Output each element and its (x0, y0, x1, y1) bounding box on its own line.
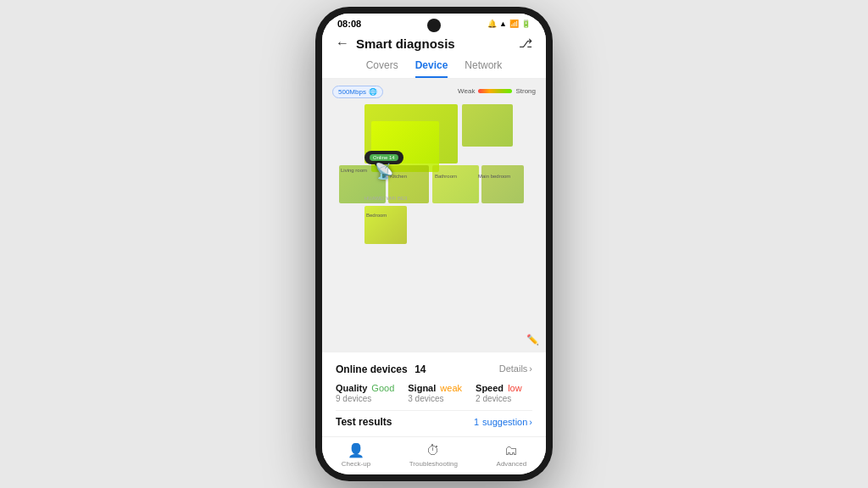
signal-icon: 📶 (509, 19, 519, 28)
signal-legend: Weak Strong (458, 87, 536, 95)
suggestion-label: suggestion (482, 417, 527, 427)
room-label-living: Living room (341, 168, 367, 173)
phone-shell: 08:08 🔔 ▲ 📶 🔋 ← Smart diagnosis ⎇ Covers… (315, 7, 553, 481)
details-label: Details (499, 363, 528, 374)
heatmap: Living room Kitchen Bathroom Main bedroo… (339, 104, 529, 344)
advanced-label: Advanced (497, 460, 527, 468)
stat-signal-count: 3 devices (408, 394, 462, 403)
suggestion-count: 1 (474, 417, 479, 427)
notch (427, 19, 441, 32)
stat-quality-title: Quality Good (336, 383, 394, 393)
online-devices-count: 14 (415, 363, 426, 375)
tabs-bar: Covers Device Network (322, 56, 546, 79)
device-stats: Quality Good 9 devices Signal weak 3 dev… (336, 383, 532, 403)
stat-speed: Speed low 2 devices (476, 383, 522, 403)
online-devices-info: Online devices 14 (336, 361, 426, 376)
advanced-icon: 🗂 (504, 443, 518, 458)
suggestion-link[interactable]: 1 suggestion › (474, 417, 532, 427)
tab-network[interactable]: Network (465, 59, 502, 78)
globe-icon: 🌐 (369, 88, 377, 96)
map-container: 500Mbps 🌐 Weak Strong (322, 79, 546, 352)
nav-advanced[interactable]: 🗂 Advanced (497, 443, 527, 468)
signal-strong-label: Strong (515, 87, 536, 95)
router-icon-area: 📡 (375, 162, 393, 180)
phone-screen: 08:08 🔔 ▲ 📶 🔋 ← Smart diagnosis ⎇ Covers… (322, 14, 546, 474)
troubleshooting-label: Troubleshooting (409, 460, 458, 468)
signal-weak-label: Weak (458, 87, 475, 95)
stat-quality-count: 9 devices (336, 394, 394, 403)
details-link[interactable]: Details › (499, 363, 532, 374)
bottom-nav: 👤 Check-up ⏱ Troubleshooting 🗂 Advanced (322, 436, 546, 474)
chevron-right-icon: › (529, 363, 532, 374)
edit-icon[interactable]: ✏️ (526, 334, 539, 346)
back-button[interactable]: ← (336, 36, 349, 51)
header: ← Smart diagnosis ⎇ (322, 30, 546, 56)
stat-signal: Signal weak 3 devices (408, 383, 462, 403)
online-devices-label: Online devices (336, 363, 408, 375)
speed-badge-text: 500Mbps (338, 88, 366, 96)
chevron-right-suggestion-icon: › (529, 417, 532, 427)
wifi-icon: ▲ (499, 19, 507, 28)
heatmap-block-7 (481, 165, 524, 203)
room-label-bedroom: Bedroom (366, 213, 387, 218)
tab-device[interactable]: Device (415, 59, 448, 78)
divider (336, 410, 532, 411)
stat-signal-title: Signal weak (408, 383, 462, 393)
signal-gradient-bar (478, 89, 512, 93)
stat-signal-status: weak (440, 383, 462, 393)
router-name: HUAWEI WiFi BE3 (364, 196, 407, 201)
status-time: 08:08 (337, 19, 361, 29)
test-results-label: Test results (336, 416, 392, 428)
troubleshooting-icon: ⏱ (426, 443, 440, 458)
nav-checkup[interactable]: 👤 Check-up (342, 442, 370, 468)
checkup-icon: 👤 (348, 442, 364, 458)
heatmap-block-6 (432, 165, 479, 203)
online-devices-row: Online devices 14 Details › (336, 361, 532, 376)
bottom-section: Online devices 14 Details › Quality Good… (322, 352, 546, 436)
online-badge: Online 14 (370, 154, 398, 161)
stat-quality-status: Good (371, 383, 394, 393)
status-icons: 🔔 ▲ 📶 🔋 (487, 19, 531, 28)
stat-speed-count: 2 devices (476, 394, 522, 403)
stat-quality: Quality Good 9 devices (336, 383, 394, 403)
nav-troubleshooting[interactable]: ⏱ Troubleshooting (409, 443, 458, 468)
stat-speed-status: low (508, 383, 522, 393)
speed-badge: 500Mbps 🌐 (332, 86, 383, 98)
heatmap-block-8 (364, 206, 407, 244)
stat-speed-title: Speed low (476, 383, 522, 393)
room-label-bathroom: Bathroom (435, 174, 457, 179)
page-title: Smart diagnosis (356, 36, 519, 51)
tab-covers[interactable]: Covers (366, 59, 398, 78)
heatmap-block-2 (462, 104, 513, 147)
share-icon[interactable]: ⎇ (519, 36, 532, 50)
vibrate-icon: 🔔 (487, 19, 497, 28)
room-label-main-bedroom: Main bedroom (478, 174, 510, 179)
checkup-label: Check-up (342, 460, 370, 468)
test-results-row: Test results 1 suggestion › (336, 416, 532, 428)
battery-icon: 🔋 (521, 19, 531, 28)
